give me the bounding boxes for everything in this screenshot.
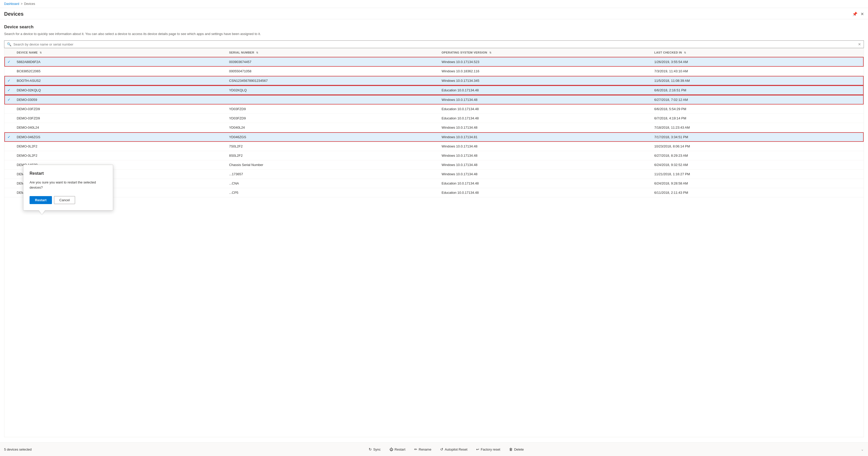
restart-modal: Restart Are you sure you want to restart… [23,165,113,210]
modal-confirm-button[interactable]: Restart [30,196,52,204]
modal-cancel-button[interactable]: Cancel [54,196,75,204]
app-container: Dashboard > Devices Devices 📌 ✕ Device s… [0,0,868,456]
modal-pointer [39,210,45,215]
modal-body: Are you sure you want to restart the sel… [30,180,107,190]
modal-overlay: Restart Are you sure you want to restart… [0,0,868,456]
modal-actions: Restart Cancel [30,196,107,204]
modal-title: Restart [30,171,107,176]
